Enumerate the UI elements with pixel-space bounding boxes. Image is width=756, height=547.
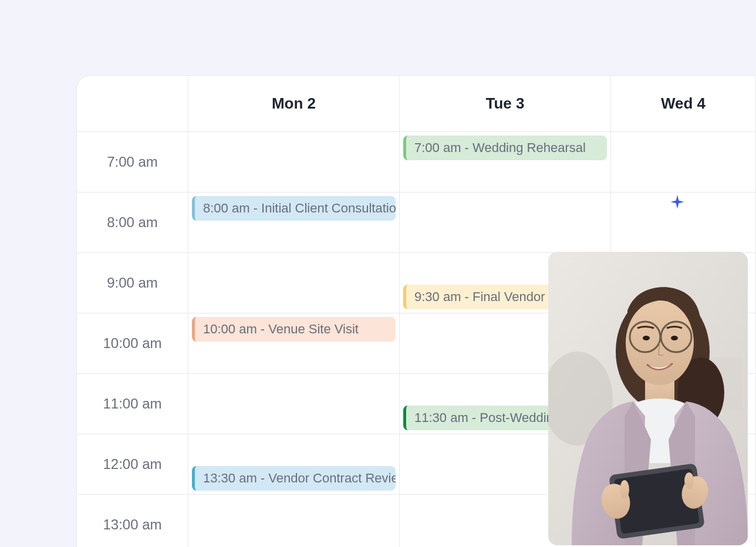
calendar-cell[interactable] [188,253,400,313]
time-label: 13:00 am [77,495,188,547]
calendar-event[interactable]: 7:00 am - Wedding Rehearsal [403,136,607,160]
time-label: 9:00 am [77,253,188,313]
svg-point-10 [643,336,650,340]
calendar-header: Mon 2 Tue 3 Wed 4 [77,76,755,132]
time-label: 10:00 am [77,313,188,374]
calendar-event[interactable]: 8:00 am - Initial Client Consultation [192,196,396,221]
calendar-event[interactable]: 10:00 am - Venue Site Visit [192,317,396,342]
calendar-cell[interactable] [188,495,400,547]
svg-point-11 [671,336,678,340]
calendar-cell[interactable]: 7:00 am - Wedding Rehearsal [400,132,611,193]
time-label: 11:00 am [77,374,188,434]
time-label: 12:00 am [77,434,188,495]
time-label: 8:00 am [77,193,188,253]
profile-image [548,252,748,545]
calendar-cell[interactable] [188,374,400,434]
sparkle-icon [669,194,686,210]
time-label: 7:00 am [77,132,188,193]
day-header-mon[interactable]: Mon 2 [188,76,400,131]
day-column-mon: 8:00 am - Initial Client Consultation 10… [188,132,400,547]
calendar-cell[interactable] [611,132,755,193]
day-header-wed[interactable]: Wed 4 [611,76,755,131]
time-column: 7:00 am 8:00 am 9:00 am 10:00 am 11:00 a… [77,132,188,547]
svg-point-17 [684,472,694,489]
svg-point-16 [620,480,629,499]
calendar-cell[interactable] [400,193,611,253]
header-empty [77,76,188,131]
calendar-cell[interactable]: 8:00 am - Initial Client Consultation [188,193,400,253]
calendar-cell[interactable] [188,132,400,193]
calendar-event[interactable]: 13:30 am - Vendor Contract Review [192,466,396,491]
calendar-cell[interactable]: 13:30 am - Vendor Contract Review [188,434,400,495]
calendar-cell[interactable]: 10:00 am - Venue Site Visit [188,313,400,374]
day-header-tue[interactable]: Tue 3 [400,76,611,131]
